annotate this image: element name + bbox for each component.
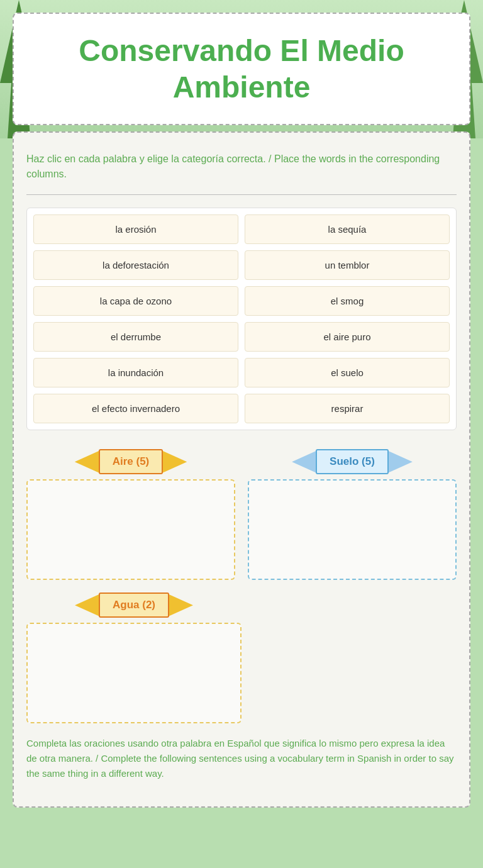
word-row: el derrumbe el aire puro: [33, 322, 450, 352]
title-line1: Conservando El Medio: [79, 34, 404, 67]
suelo-drop-zone[interactable]: [248, 479, 457, 580]
word-chip-6[interactable]: el smog: [245, 286, 450, 316]
word-chip-4[interactable]: un temblor: [245, 250, 450, 280]
title-line2: Ambiente: [173, 70, 311, 104]
agua-banner: Agua (2): [26, 593, 242, 618]
ribbon-right-blue: [387, 450, 413, 473]
ribbon-right-orange-agua: [168, 594, 193, 616]
word-grid: la erosión la sequía la deforestación un…: [26, 208, 457, 430]
agua-label: Agua (2): [99, 593, 169, 618]
word-chip-7[interactable]: el derrumbe: [33, 322, 238, 352]
word-chip-8[interactable]: el aire puro: [245, 322, 450, 352]
word-row: la deforestación un temblor: [33, 250, 450, 280]
categories-row-1: Aire (5) Suelo (5): [26, 449, 457, 580]
word-chip-10[interactable]: el suelo: [245, 358, 450, 387]
word-chip-3[interactable]: la deforestación: [33, 250, 238, 280]
word-row: la inundación el suelo: [33, 358, 450, 387]
word-chip-11[interactable]: el efecto invernadero: [33, 394, 238, 423]
page-title: Conservando El Medio Ambiente: [26, 33, 457, 105]
word-row: la capa de ozono el smog: [33, 286, 450, 316]
word-chip-5[interactable]: la capa de ozono: [33, 286, 238, 316]
suelo-banner: Suelo (5): [248, 449, 457, 474]
suelo-label: Suelo (5): [316, 449, 389, 474]
word-chip-9[interactable]: la inundación: [33, 358, 238, 387]
divider: [26, 194, 457, 195]
agua-drop-zone[interactable]: [26, 623, 242, 723]
instruction-text: Haz clic en cada palabra y elige la cate…: [26, 152, 457, 182]
main-card: Haz clic en cada palabra y elige la cate…: [13, 131, 470, 808]
ribbon-left-orange-agua: [75, 594, 100, 616]
word-chip-1[interactable]: la erosión: [33, 214, 238, 244]
bottom-instruction: Completa las oraciones usando otra palab…: [26, 736, 457, 781]
word-row: el efecto invernadero respirar: [33, 394, 450, 423]
category-aire: Aire (5): [26, 449, 235, 580]
aire-drop-zone[interactable]: [26, 479, 235, 580]
aire-banner: Aire (5): [26, 449, 235, 474]
word-chip-12[interactable]: respirar: [245, 394, 450, 423]
ribbon-right-orange: [162, 450, 187, 473]
ribbon-left-blue: [292, 450, 317, 473]
word-chip-2[interactable]: la sequía: [245, 214, 450, 244]
category-agua: Agua (2): [26, 593, 242, 723]
aire-label: Aire (5): [99, 449, 164, 474]
word-row: la erosión la sequía: [33, 214, 450, 244]
title-card: Conservando El Medio Ambiente: [13, 13, 470, 125]
ribbon-left-orange: [75, 450, 100, 473]
category-suelo: Suelo (5): [248, 449, 457, 580]
category-agua-wrapper: Agua (2): [26, 593, 242, 723]
